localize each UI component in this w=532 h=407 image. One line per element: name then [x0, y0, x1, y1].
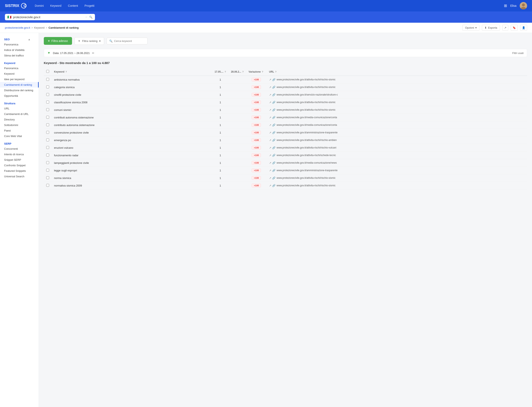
row-checkbox[interactable] — [46, 131, 49, 134]
export-button[interactable]: ⬇ Esporta — [482, 25, 500, 31]
lock-icon[interactable]: 🔗 — [272, 108, 275, 111]
sidebar-item-url[interactable]: URL — [0, 106, 39, 111]
sidebar-item-sottodomini[interactable]: Sottodomini — [0, 122, 39, 128]
row-checkbox[interactable] — [46, 78, 49, 81]
user-add-button[interactable]: 👤 — [520, 25, 527, 31]
row-checkbox[interactable] — [46, 176, 49, 179]
lock-icon[interactable]: 🔗 — [272, 154, 275, 157]
external-link-icon[interactable]: ↗ — [269, 184, 271, 187]
lock-icon[interactable]: 🔗 — [272, 169, 275, 172]
row-checkbox[interactable] — [46, 101, 49, 103]
external-link-icon[interactable]: ↗ — [269, 139, 271, 142]
sidebar-item-universal-search[interactable]: Universal Search — [0, 174, 39, 179]
nav-content[interactable]: Content — [68, 3, 78, 8]
variation-badge: >100 — [252, 146, 261, 149]
lock-icon[interactable]: 🔗 — [272, 93, 275, 96]
row-checkbox[interactable] — [46, 108, 49, 111]
filtra-ranking-label: Filtra ranking — [82, 39, 97, 43]
sidebar-item-core-web-vital[interactable]: Core Web Vital — [0, 133, 39, 139]
external-link-icon[interactable]: ↗ — [269, 124, 271, 127]
sidebar-item-snippet-serp[interactable]: Snippet SERP — [0, 157, 39, 163]
lock-icon[interactable]: 🔗 — [272, 184, 275, 187]
sidebar-item-idee-keyword[interactable]: Idee per keyword — [0, 77, 39, 82]
select-all-checkbox[interactable] — [46, 70, 49, 73]
share-button[interactable]: ↗ — [502, 25, 508, 31]
search-keyword-input[interactable] — [114, 39, 145, 43]
external-link-icon[interactable]: ↗ — [269, 78, 271, 81]
sidebar-item-concorrenti[interactable]: Concorrenti — [0, 146, 39, 152]
sidebar-item-panoramica-seo[interactable]: Panoramica — [0, 42, 39, 47]
sidebar-keyword-title: Keyword — [0, 60, 39, 65]
row-checkbox[interactable] — [46, 123, 49, 126]
filter-adesso-button[interactable]: + Filtra adesso — [44, 37, 72, 45]
lock-icon[interactable]: 🔗 — [272, 131, 275, 134]
nav-progetti[interactable]: Progetti — [85, 3, 94, 8]
row-checkbox[interactable] — [46, 139, 49, 141]
external-link-icon[interactable]: ↗ — [269, 169, 271, 172]
breadcrumb-middle[interactable]: Keyword — [34, 26, 45, 29]
sidebar-item-traffico[interactable]: Stima del traffico — [0, 53, 39, 58]
sidebar-item-intento[interactable]: Intento di ricerca — [0, 152, 39, 157]
external-link-icon[interactable]: ↗ — [269, 146, 271, 149]
sidebar-item-cambiamenti-url[interactable]: Cambiamenti di URL — [0, 111, 39, 117]
sidebar-item-featured-snippets[interactable]: Featured Snippets — [0, 168, 39, 174]
row-checkbox[interactable] — [46, 93, 49, 96]
external-link-icon[interactable]: ↗ — [269, 93, 271, 96]
star-icon[interactable]: ☆ — [85, 16, 87, 19]
external-link-icon[interactable]: ↗ — [269, 116, 271, 119]
row-checkbox[interactable] — [46, 146, 49, 149]
avatar[interactable] — [520, 2, 527, 9]
sidebar-item-paesi[interactable]: Paesi — [0, 128, 39, 133]
nav-domini[interactable]: Domini — [35, 3, 44, 8]
row-checkbox[interactable] — [46, 184, 49, 187]
td-keyword: funzionamento radar — [52, 152, 212, 159]
date-filter-left: ▼ Data: 17.05.2021 ~ 28.06.2021 ✏ — [47, 51, 94, 55]
lock-icon[interactable]: 🔗 — [272, 146, 275, 149]
external-link-icon[interactable]: ↗ — [269, 161, 271, 164]
lock-icon[interactable]: 🔗 — [272, 86, 275, 89]
row-checkbox[interactable] — [46, 154, 49, 157]
url-text: www.protezionecivile.gov.it/attivita-ris… — [277, 78, 336, 81]
td-checkbox — [44, 174, 52, 182]
sidebar-item-opportunita[interactable]: Opportunità — [0, 93, 39, 99]
lock-icon[interactable]: 🔗 — [272, 101, 275, 104]
breadcrumb-root[interactable]: protezionecivile.gov.it — [5, 26, 30, 29]
search-input[interactable] — [13, 16, 83, 19]
sidebar-item-cambiamenti-ranking[interactable]: Cambiamenti di ranking — [0, 82, 39, 87]
sidebar-seo-collapse[interactable]: ▲ — [28, 38, 31, 41]
td-date1: 1 — [212, 182, 229, 189]
sidebar-item-keyword[interactable]: Keyword — [0, 71, 39, 77]
sidebar-item-confronto-snippet[interactable]: Confronto Snippet — [0, 163, 39, 168]
edit-date-icon[interactable]: ✏ — [92, 52, 94, 55]
sidebar-item-directory[interactable]: Directory — [0, 117, 39, 122]
external-link-icon[interactable]: ↗ — [269, 108, 271, 111]
td-checkbox — [44, 152, 52, 159]
options-button[interactable]: Opzioni ▾ — [462, 25, 479, 31]
lock-icon[interactable]: 🔗 — [272, 161, 275, 164]
sidebar-item-visibilita[interactable]: Indice di Visibilità — [0, 47, 39, 53]
external-link-icon[interactable]: ↗ — [269, 154, 271, 157]
row-checkbox[interactable] — [46, 169, 49, 172]
td-keyword: classificazione sismica 2008 — [52, 99, 212, 106]
external-link-icon[interactable]: ↗ — [269, 177, 271, 180]
search-submit-icon[interactable]: 🔍 — [89, 16, 93, 19]
td-url: ↗ 🔗 www.protezionecivile.gov.it/media-co… — [267, 121, 527, 129]
external-link-icon[interactable]: ↗ — [269, 101, 271, 104]
lock-icon[interactable]: 🔗 — [272, 78, 275, 81]
row-checkbox[interactable] — [46, 161, 49, 164]
lock-icon[interactable]: 🔗 — [272, 124, 275, 127]
lock-icon[interactable]: 🔗 — [272, 139, 275, 142]
url-text: www.protezionecivile.gov.it/servizio-naz… — [277, 93, 338, 96]
sidebar-item-distribuzione[interactable]: Distribuzione del ranking — [0, 87, 39, 93]
lock-icon[interactable]: 🔗 — [272, 177, 275, 180]
external-link-icon[interactable]: ↗ — [269, 86, 271, 89]
external-link-icon[interactable]: ↗ — [269, 131, 271, 134]
grid-icon[interactable]: ⊞ — [504, 3, 507, 8]
lock-icon[interactable]: 🔗 — [272, 116, 275, 119]
row-checkbox[interactable] — [46, 116, 49, 119]
sidebar-item-panoramica-kw[interactable]: Panoramica — [0, 65, 39, 71]
nav-keyword[interactable]: Keyword — [50, 3, 61, 8]
row-checkbox[interactable] — [46, 86, 49, 88]
filtra-ranking-button[interactable]: ▼ Filtra ranking ▾ — [74, 37, 104, 45]
bookmark-button[interactable]: 🔖 — [511, 25, 518, 31]
